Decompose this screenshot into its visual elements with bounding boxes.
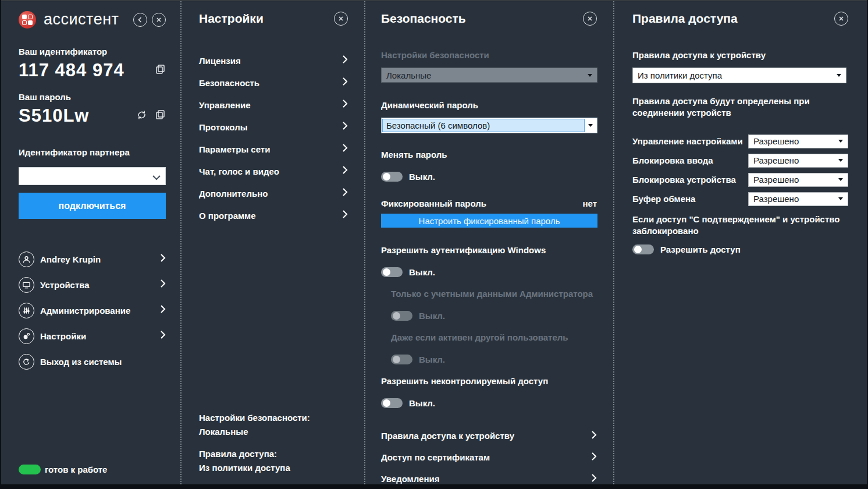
toggle-state-label: Выкл. (409, 267, 435, 277)
partner-id-input[interactable] (19, 167, 166, 185)
sidebar-menu: Andrey Krupin Устройства (19, 246, 166, 374)
settings-item-chat-voice-video[interactable]: Чат, голос и видео (199, 160, 348, 182)
sidebar-item-settings[interactable]: Настройки (19, 323, 166, 349)
sidebar-item-account[interactable]: Andrey Krupin (19, 246, 166, 272)
connection-status: готов к работе (19, 465, 107, 474)
settings-item-additional[interactable]: Дополнительно (199, 182, 348, 204)
other-user-toggle (391, 355, 412, 364)
sidebar-item-logout[interactable]: Выход из системы (19, 349, 166, 374)
chevron-right-icon (160, 279, 166, 290)
access-rules-summary-label: Правила доступа: (199, 447, 310, 461)
settings-item-management[interactable]: Управление (199, 94, 348, 116)
close-icon[interactable] (583, 12, 597, 26)
chevron-down-icon[interactable] (152, 172, 161, 183)
settings-panel: Настройки Лицензия Безопасность Управлен… (182, 1, 365, 484)
copy-id-icon[interactable] (155, 64, 166, 77)
chevron-right-icon (342, 210, 348, 221)
partner-id-label: Идентификатор партнера (19, 147, 166, 157)
settings-management-row: Управление настройками Разрешено (632, 132, 848, 151)
device-blocking-row: Блокировка устройства Разрешено (632, 170, 848, 189)
sidebar-item-administration[interactable]: Администрирование (19, 297, 166, 323)
toggle-state-label: Выкл. (409, 398, 435, 408)
settings-item-security[interactable]: Безопасность (199, 72, 348, 94)
device-blocking-select[interactable]: Разрешено (748, 173, 848, 187)
security-settings-label: Настройки безопасности (381, 50, 597, 60)
sidebar-item-label: Настройки (40, 331, 86, 341)
settings-item-label: Управление (199, 100, 251, 110)
settings-summary: Настройки безопасности: Локальные Правил… (199, 411, 310, 475)
refresh-password-icon[interactable] (136, 109, 147, 123)
notifications-link[interactable]: Уведомления (381, 468, 597, 489)
toggle-state-label: Выкл. (409, 172, 435, 182)
dropdown-arrow-icon[interactable] (585, 119, 596, 132)
close-icon[interactable] (834, 12, 848, 26)
settings-management-select[interactable]: Разрешено (748, 134, 848, 148)
security-settings-select: Локальные (381, 68, 597, 83)
windows-auth-toggle[interactable] (381, 267, 403, 277)
security-panel-title: Безопасность (381, 12, 466, 26)
security-settings-summary-value: Локальные (199, 425, 310, 439)
windows-auth-label: Разрешить аутентификацию Windows (381, 245, 597, 255)
input-blocking-select[interactable]: Разрешено (748, 154, 848, 168)
configure-fixed-password-button[interactable]: Настроить фиксированный пароль (381, 214, 597, 228)
chevron-right-icon (342, 77, 348, 88)
admin-only-toggle (391, 311, 412, 321)
dropdown-arrow-icon (838, 140, 843, 143)
chevron-right-icon (160, 330, 166, 342)
security-panel: Безопасность Настройки безопасности Лока… (365, 1, 614, 484)
link-label: Уведомления (381, 474, 439, 484)
dropdown-arrow-icon (838, 178, 843, 181)
connect-button[interactable]: подключиться (19, 193, 166, 219)
dynamic-password-value: Безопасный (6 символов) (382, 119, 585, 132)
row-value: Разрешено (753, 155, 799, 165)
clipboard-row: Буфер обмена Разрешено (632, 189, 848, 208)
dynamic-password-select[interactable]: Безопасный (6 символов) (381, 118, 597, 133)
your-id-value: 117 484 974 (19, 60, 124, 81)
your-password-value: S510Lw (19, 105, 89, 126)
security-settings-summary-label: Настройки безопасности: (199, 411, 310, 425)
copy-password-icon[interactable] (155, 109, 166, 122)
chevron-right-icon (591, 473, 597, 485)
dropdown-arrow-icon (588, 74, 592, 77)
settings-item-label: Чат, голос и видео (199, 166, 279, 176)
change-password-toggle[interactable] (381, 172, 403, 182)
settings-item-protocols[interactable]: Протоколы (199, 116, 348, 138)
settings-item-license[interactable]: Лицензия (199, 49, 348, 72)
devices-icon (19, 277, 34, 293)
app-logo-icon (19, 11, 36, 29)
collapse-icon[interactable] (133, 13, 147, 27)
allow-access-label: Разрешить доступ (660, 245, 741, 254)
app-window: ассистент Ваш идентификатор 117 484 974 … (0, 0, 868, 489)
uncontrolled-access-toggle[interactable] (381, 398, 403, 408)
settings-list: Лицензия Безопасность Управление Протоко… (199, 49, 348, 226)
settings-item-about[interactable]: О программе (199, 204, 348, 226)
device-access-rules-link[interactable]: Правила доступа к устройству (381, 425, 597, 447)
device-access-rules-select[interactable]: Из политики доступа (632, 68, 846, 83)
security-settings-value: Локальные (386, 70, 431, 80)
change-password-label: Менять пароль (381, 150, 597, 160)
toggle-state-label: Выкл. (419, 311, 445, 321)
clipboard-select[interactable]: Разрешено (748, 192, 848, 206)
device-access-rules-label: Правила доступа к устройству (632, 50, 848, 60)
dropdown-arrow-icon (837, 74, 841, 77)
your-password-label: Ваш пароль (19, 92, 166, 102)
chevron-right-icon (342, 187, 348, 199)
sidebar-item-devices[interactable]: Устройства (19, 272, 166, 297)
brand-header: ассистент (19, 10, 166, 29)
close-icon[interactable] (152, 13, 166, 27)
close-icon[interactable] (334, 12, 348, 26)
row-value: Разрешено (753, 194, 799, 204)
sidebar-item-label: Выход из системы (40, 357, 122, 367)
access-rules-summary-value: Из политики доступа (199, 461, 310, 475)
access-rules-panel: Правила доступа Правила доступа к устрой… (614, 1, 867, 484)
input-blocking-row: Блокировка ввода Разрешено (632, 151, 848, 170)
settings-item-network[interactable]: Параметры сети (199, 138, 348, 160)
access-rules-note: Правила доступа будут определены при сое… (632, 95, 813, 119)
dropdown-arrow-icon (838, 197, 843, 200)
allow-access-toggle[interactable] (632, 245, 654, 254)
certificate-access-link[interactable]: Доступ по сертификатам (381, 447, 597, 468)
settings-item-label: Лицензия (199, 56, 241, 66)
fixed-password-status: нет (582, 199, 597, 208)
access-rules-rows: Управление настройками Разрешено Блокиро… (632, 132, 848, 208)
chevron-right-icon (160, 253, 166, 265)
